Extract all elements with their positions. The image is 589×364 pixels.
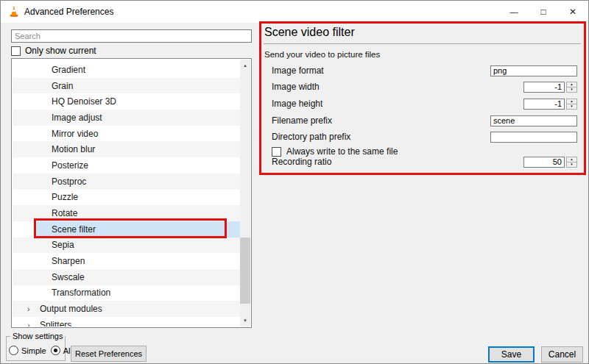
image-height-input[interactable] (523, 99, 565, 110)
tree-item-mirror-video[interactable]: Mirror video (13, 126, 240, 142)
preferences-tree: Gradient Grain HQ Denoiser 3D Image adju… (11, 58, 252, 328)
panel-title: Scene video filter (264, 26, 355, 39)
arrow-down-icon: ▼ (243, 318, 247, 323)
search-input[interactable] (11, 29, 252, 43)
field-row-image-format: Image format (272, 65, 577, 76)
vlc-cone-icon (8, 6, 20, 18)
title-bar: Advanced Preferences — □ ✕ (1, 1, 588, 23)
show-settings-label: Show settings (10, 332, 65, 340)
tree-item-rotate[interactable]: Rotate (13, 205, 240, 221)
radio-simple-label[interactable]: Simple (21, 346, 46, 355)
minimize-icon: — (510, 7, 518, 16)
spin-down-button[interactable]: ▼ (566, 104, 577, 110)
field-row-image-height: Image height ▲ ▼ (272, 98, 577, 110)
tree-item-label: Mirror video (52, 129, 98, 139)
panel-separator (264, 43, 581, 44)
radio-selected-dot (54, 349, 57, 352)
arrow-up-icon: ▲ (570, 99, 573, 103)
tree-item-scene-filter[interactable]: Scene filter (13, 221, 240, 238)
tree-item-puzzle[interactable]: Puzzle (13, 190, 240, 206)
maximize-icon: □ (540, 7, 546, 17)
tree-item-label: Posterize (52, 160, 88, 171)
tree-item-label: Grain (52, 81, 73, 91)
tree-item-label: Output modules (40, 304, 102, 314)
advanced-preferences-window: Advanced Preferences — □ ✕ Only show cur… (0, 0, 589, 364)
recording-ratio-label: Recording ratio (272, 157, 331, 167)
tree-item-output-modules[interactable]: ›Output modules (13, 301, 240, 317)
window-title: Advanced Preferences (24, 1, 113, 23)
tree-item-image-adjust[interactable]: Image adjust (13, 110, 240, 126)
tree-item-sharpen[interactable]: Sharpen (13, 253, 240, 269)
tree-item-transformation[interactable]: Transformation (13, 285, 240, 301)
minimize-button[interactable]: — (499, 1, 529, 23)
arrow-down-icon: ▼ (570, 104, 573, 108)
tree-item-label: Postproc (52, 176, 86, 187)
image-format-label: Image format (272, 65, 324, 76)
spin-up-button[interactable]: ▲ (566, 157, 577, 163)
tree-item-hq-denoiser-3d[interactable]: HQ Denoiser 3D (13, 93, 240, 110)
only-show-current-option[interactable]: Only show current (11, 46, 96, 56)
directory-path-prefix-input[interactable] (490, 132, 577, 143)
tree-item-postproc[interactable]: Postproc (13, 174, 240, 190)
image-format-input[interactable] (490, 65, 577, 76)
close-icon: ✕ (569, 7, 576, 17)
chevron-right-icon[interactable]: › (27, 321, 40, 326)
field-row-recording-ratio: Recording ratio ▲ ▼ (272, 156, 577, 168)
tree-item-motion-blur[interactable]: Motion blur (13, 141, 240, 157)
recording-ratio-input[interactable] (523, 157, 565, 168)
tree-item-sepia[interactable]: Sepia (13, 238, 240, 254)
image-width-input[interactable] (523, 82, 565, 93)
always-write-label: Always write to the same file (286, 146, 398, 157)
image-height-label: Image height (272, 99, 322, 109)
panel-description: Send your video to picture files (264, 50, 380, 59)
filename-prefix-input[interactable] (490, 115, 577, 126)
scroll-down-button[interactable]: ▼ (240, 315, 250, 326)
arrow-up-icon: ▲ (570, 82, 573, 86)
tree-item-posterize[interactable]: Posterize (13, 157, 240, 174)
arrow-down-icon: ▼ (570, 163, 573, 166)
close-button[interactable]: ✕ (558, 1, 588, 23)
tree-item-label: Rotate (52, 208, 77, 218)
tree-item-swscale[interactable]: Swscale (13, 269, 240, 285)
image-width-label: Image width (272, 82, 320, 92)
tree-item-label: Swscale (52, 272, 85, 282)
tree-rows: Gradient Grain HQ Denoiser 3D Image adju… (13, 60, 240, 326)
tree-item-label: HQ Denoiser 3D (52, 96, 116, 107)
arrow-up-icon: ▲ (243, 63, 247, 68)
always-write-checkbox[interactable] (272, 147, 281, 157)
tree-item-grain[interactable]: Grain (13, 78, 240, 94)
maximize-button[interactable]: □ (529, 1, 558, 23)
spin-down-button[interactable]: ▼ (566, 88, 577, 93)
tree-item-splitters[interactable]: ›Splitters (13, 317, 240, 326)
scene-filter-panel: Scene video filter Send your video to pi… (261, 24, 584, 173)
tree-item-label: Sharpen (52, 256, 85, 266)
radio-simple[interactable] (9, 346, 18, 355)
radio-all[interactable] (51, 346, 60, 355)
field-row-filename-prefix: Filename prefix (272, 115, 577, 126)
only-show-current-checkbox[interactable] (11, 46, 21, 56)
tree-item-label: Gradient (52, 65, 85, 75)
spin-up-button[interactable]: ▲ (566, 99, 577, 104)
scroll-up-button[interactable]: ▲ (240, 60, 250, 71)
save-button[interactable]: Save (488, 346, 535, 363)
tree-item-label: Sepia (52, 240, 74, 250)
tree-item-label: Puzzle (52, 192, 78, 202)
reset-preferences-button[interactable]: Reset Preferences (71, 346, 147, 362)
field-row-directory-path-prefix: Directory path prefix (272, 131, 577, 143)
spin-up-button[interactable]: ▲ (566, 82, 577, 88)
tree-item-label: Transformation (52, 288, 110, 298)
tree-item-gradient[interactable]: Gradient (13, 62, 240, 78)
spin-down-button[interactable]: ▼ (566, 163, 577, 168)
chevron-right-icon[interactable]: › (27, 304, 40, 313)
scrollbar-track[interactable] (240, 71, 250, 315)
filename-prefix-label: Filename prefix (272, 115, 332, 126)
scrollbar-thumb[interactable] (240, 238, 250, 304)
field-row-image-width: Image width ▲ ▼ (272, 81, 577, 93)
arrow-up-icon: ▲ (570, 157, 573, 161)
tree-item-label: Scene filter (52, 224, 96, 235)
cancel-button[interactable]: Cancel (541, 346, 583, 363)
only-show-current-label: Only show current (25, 46, 96, 56)
tree-item-label: Motion blur (52, 144, 95, 154)
tree-item-label: Splitters (40, 320, 71, 326)
tree-scrollbar[interactable]: ▲ ▼ (240, 60, 250, 326)
